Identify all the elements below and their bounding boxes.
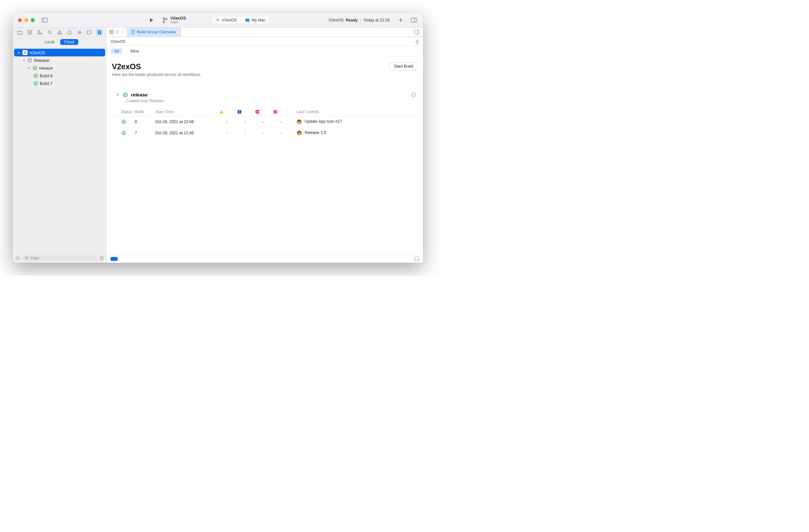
traffic-lights (13, 18, 35, 22)
tree-build-label: Build 7 (40, 81, 53, 86)
source-control-navigator-icon[interactable] (26, 29, 33, 36)
project-navigator-icon[interactable] (16, 29, 23, 36)
chevron-down-icon: ▾ (116, 92, 120, 97)
success-check-icon (33, 73, 38, 78)
table-row[interactable]: 8 Oct 29, 2022 at 22:06 - - - - 🧑Update … (112, 116, 418, 127)
err2-count: - (272, 127, 290, 139)
navigator-footer: Filter (13, 253, 106, 263)
workflow-title: release (131, 92, 148, 98)
filter-icon (24, 257, 29, 260)
svg-point-16 (79, 32, 80, 34)
zoom-window[interactable] (31, 18, 35, 22)
filter-all[interactable]: All (111, 48, 122, 54)
th-info-icon (236, 108, 254, 116)
tree-build-label: Build 8 (40, 73, 53, 78)
editor-tab-label: Build Group Overview (137, 30, 176, 34)
run-button[interactable] (147, 16, 156, 25)
breadcrumb: V2exOS (107, 37, 423, 46)
breadcrumb-path[interactable]: V2exOS (110, 39, 126, 44)
nav-back-icon[interactable] (116, 30, 119, 34)
nav-forward-icon[interactable] (121, 30, 124, 34)
workflow-menu-icon[interactable] (411, 92, 418, 98)
tree-release-group[interactable]: ▾ Release (14, 56, 105, 64)
svg-rect-5 (245, 19, 249, 21)
svg-point-48 (414, 95, 415, 95)
adjust-editor-button[interactable] (414, 30, 423, 34)
minimize-window[interactable] (24, 18, 28, 22)
table-row[interactable]: 7 Oct 29, 2022 at 21:45 - - - - 🧑Release… (112, 127, 418, 139)
branch-indicator[interactable]: V2exOS main (162, 16, 186, 24)
document-icon (131, 30, 135, 34)
debug-navigator-icon[interactable] (76, 29, 83, 36)
tree-build-item[interactable]: Build 8 (14, 72, 105, 80)
breakpoint-navigator-icon[interactable] (86, 29, 93, 36)
tree-root[interactable]: ▾ V V2exOS (14, 49, 105, 56)
chevron-down-icon: ▾ (22, 59, 25, 62)
svg-point-35 (17, 258, 17, 259)
start-build-button[interactable]: Start Build (389, 62, 418, 70)
th-status: Status (112, 108, 133, 116)
navigator-filter[interactable]: Filter (22, 255, 98, 261)
svg-point-50 (222, 113, 222, 113)
svg-rect-57 (414, 257, 419, 261)
editor-footer (107, 255, 423, 263)
app-icon: V (22, 50, 28, 55)
bottom-panel-icon[interactable] (414, 257, 419, 261)
err1-count: - (254, 116, 272, 127)
svg-point-2 (163, 17, 165, 19)
toggle-inspector-button[interactable] (409, 16, 418, 25)
filter-mine[interactable]: Mine (127, 48, 142, 54)
navigator-tree: ▾ V V2exOS ▾ Release ▾ release Build 8 (13, 48, 106, 253)
tree-build-item[interactable]: Build 7 (14, 80, 105, 87)
test-navigator-icon[interactable] (66, 29, 73, 36)
success-check-icon (121, 120, 132, 124)
svg-point-47 (413, 95, 414, 95)
svg-rect-10 (38, 31, 39, 32)
th-error-circle-icon (272, 108, 290, 116)
scheme-app: V2exOS (222, 18, 237, 22)
issue-navigator-icon[interactable] (56, 29, 63, 36)
svg-point-46 (412, 95, 413, 95)
chevron-down-icon: ▾ (17, 51, 20, 54)
svg-rect-52 (239, 111, 240, 113)
svg-point-3 (163, 21, 165, 23)
th-start-time: Start Time (154, 108, 218, 116)
tree-workflow[interactable]: ▾ release (14, 64, 105, 72)
sidebar-tab-local[interactable]: Local (41, 39, 58, 45)
navigator-selector (13, 28, 107, 37)
toggle-sidebar-button[interactable] (40, 16, 49, 25)
sidebar-scope-tabs: Local Cloud (13, 37, 106, 48)
svg-point-37 (18, 258, 19, 259)
editor-tabs: Build Group Overview (107, 28, 423, 37)
report-navigator-icon[interactable] (96, 29, 103, 36)
branch-name: main (170, 20, 186, 24)
avatar: 🧑 (296, 119, 302, 125)
th-build: Build (133, 108, 154, 116)
workflow-header[interactable]: ▾ release (112, 88, 418, 98)
add-button[interactable] (396, 16, 405, 25)
more-icon[interactable] (15, 256, 20, 260)
th-last-commit: Last Commit (290, 108, 418, 116)
err1-count: - (254, 127, 272, 139)
activity-indicator[interactable] (110, 257, 118, 261)
build-number: 8 (133, 116, 154, 127)
success-check-icon (33, 66, 37, 70)
active-editor-tab[interactable]: Build Group Overview (126, 28, 181, 36)
person-icon[interactable] (99, 256, 104, 260)
close-window[interactable] (18, 18, 22, 22)
svg-rect-7 (411, 18, 416, 22)
svg-rect-25 (414, 30, 419, 34)
start-time: Oct 29, 2022 at 22:06 (154, 116, 218, 127)
page-title: V2exOS (112, 62, 201, 71)
related-items-icon[interactable] (109, 30, 114, 34)
svg-point-42 (101, 257, 102, 258)
err2-count: - (272, 116, 290, 127)
editor-area: V2exOS All Mine V2exOS Here are the buil… (107, 37, 423, 263)
svg-rect-0 (42, 18, 48, 22)
sidebar-tab-cloud[interactable]: Cloud (60, 39, 79, 45)
scheme-selector[interactable]: V V2exOS 〉 My Mac (211, 16, 269, 24)
find-navigator-icon[interactable] (46, 29, 53, 36)
xcode-window: V2exOS main V V2exOS 〉 My Mac V2exOS: Re… (13, 13, 423, 263)
symbol-navigator-icon[interactable] (36, 29, 43, 36)
svg-point-4 (166, 18, 167, 20)
